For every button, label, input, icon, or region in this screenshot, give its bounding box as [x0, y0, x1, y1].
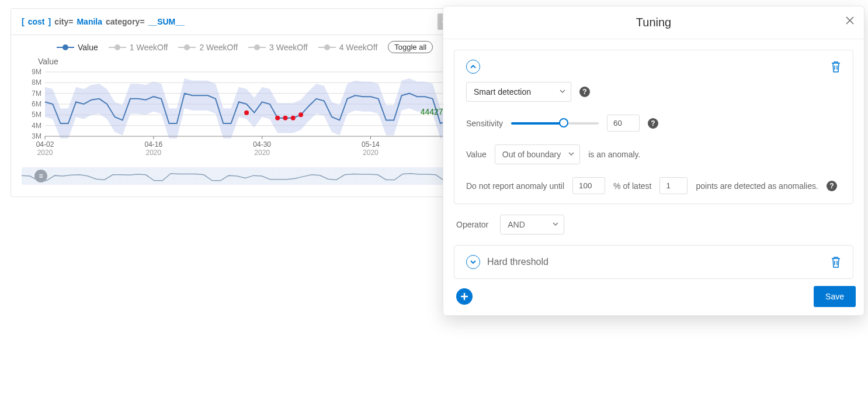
- dim-city-key: city=: [54, 17, 73, 26]
- metric-close-bracket: ]: [48, 17, 51, 26]
- sensitivity-row: Sensitivity ?: [466, 115, 841, 132]
- svg-point-34: [291, 116, 296, 120]
- y-axis-title: Value: [38, 57, 477, 66]
- operator-select[interactable]: AND: [500, 215, 564, 235]
- tuning-title: Tuning: [636, 16, 671, 29]
- sensitivity-input[interactable]: [607, 115, 640, 132]
- legend-3weekoff[interactable]: 3 WeekOff: [248, 43, 308, 52]
- svg-text:2020: 2020: [363, 149, 379, 157]
- minimap-handle[interactable]: ≡: [34, 170, 47, 182]
- svg-text:9M: 9M: [32, 68, 41, 76]
- close-button[interactable]: [845, 16, 855, 25]
- svg-text:3M: 3M: [32, 132, 41, 140]
- trash-icon: [831, 256, 841, 268]
- chart-body: Value 1 WeekOff 2 WeekOff 3 WeekOff 4 We…: [11, 35, 488, 196]
- operator-label: Operator: [456, 220, 488, 229]
- legend-3weekoff-label: 3 WeekOff: [269, 43, 308, 52]
- report-prefix: Do not report anomaly until: [466, 181, 564, 191]
- help-icon[interactable]: ?: [648, 118, 658, 129]
- chevron-down-icon: [470, 258, 477, 266]
- svg-text:2020: 2020: [254, 149, 270, 157]
- value-suffix: is an anomaly.: [588, 150, 640, 159]
- svg-text:04-02: 04-02: [36, 140, 54, 149]
- svg-text:2020: 2020: [145, 149, 161, 157]
- value-boundary-value: Out of boundary: [502, 150, 561, 159]
- delete-hard-threshold-button[interactable]: [831, 256, 841, 268]
- chart-panel: [ cost ] city= Manila category= __SUM__ …: [11, 8, 488, 197]
- hard-threshold-title: Hard threshold: [487, 257, 548, 267]
- dim-category-value[interactable]: __SUM__: [148, 17, 185, 26]
- legend-4weekoff-label: 4 WeekOff: [339, 43, 378, 52]
- detection-type-select[interactable]: Smart detection: [466, 82, 571, 102]
- legend-value-label: Value: [78, 43, 98, 52]
- svg-text:04-30: 04-30: [253, 140, 271, 149]
- operator-value: AND: [508, 220, 525, 229]
- svg-text:04-16: 04-16: [144, 140, 162, 149]
- metric-name: cost: [28, 17, 45, 26]
- tuning-header: Tuning: [443, 6, 864, 39]
- legend-2weekoff[interactable]: 2 WeekOff: [178, 43, 238, 52]
- legend-2weekoff-label: 2 WeekOff: [199, 43, 238, 52]
- tuning-body: Smart detection ? Sensitivity ? Value: [443, 39, 864, 315]
- report-points-input[interactable]: [659, 177, 688, 194]
- chart-legend: Value 1 WeekOff 2 WeekOff 3 WeekOff 4 We…: [57, 41, 477, 53]
- legend-1weekoff-label: 1 WeekOff: [130, 43, 168, 52]
- operator-row: Operator AND: [456, 215, 851, 235]
- chevron-up-icon: [470, 63, 477, 70]
- collapse-toggle[interactable]: [466, 60, 480, 74]
- svg-text:5M: 5M: [32, 111, 41, 119]
- plus-icon: [460, 292, 469, 301]
- sensitivity-slider[interactable]: [511, 122, 599, 125]
- svg-point-31: [244, 111, 249, 115]
- trash-icon: [831, 60, 841, 73]
- svg-point-33: [283, 116, 287, 120]
- add-condition-button[interactable]: [456, 288, 473, 305]
- help-icon[interactable]: ?: [827, 181, 837, 191]
- toggle-all-button[interactable]: Toggle all: [388, 41, 433, 53]
- value-boundary-row: Value Out of boundary is an anomaly.: [466, 144, 841, 164]
- help-icon[interactable]: ?: [579, 87, 590, 97]
- metric-open-bracket: [: [22, 17, 25, 26]
- report-mid: % of latest: [613, 181, 651, 191]
- svg-point-35: [298, 112, 303, 117]
- sensitivity-label: Sensitivity: [466, 119, 503, 128]
- svg-text:8M: 8M: [32, 78, 41, 87]
- dim-category-key: category=: [106, 17, 145, 26]
- chevron-down-icon: [559, 87, 566, 96]
- detection-type-value: Smart detection: [474, 87, 531, 96]
- svg-text:7M: 7M: [32, 89, 41, 98]
- close-icon: [845, 16, 855, 25]
- chevron-down-icon: [568, 150, 575, 159]
- delete-smart-detection-button[interactable]: [831, 60, 841, 73]
- save-button[interactable]: Save: [814, 286, 856, 307]
- svg-text:2020: 2020: [37, 149, 53, 157]
- legend-4weekoff[interactable]: 4 WeekOff: [318, 43, 378, 52]
- expand-toggle[interactable]: [466, 255, 480, 269]
- svg-text:4M: 4M: [32, 122, 41, 130]
- chart-header: [ cost ] city= Manila category= __SUM__: [11, 9, 488, 35]
- legend-value[interactable]: Value: [57, 43, 98, 52]
- chart-svg: 9M8M7M6M5M4M3M04-02202004-16202004-30202…: [22, 66, 477, 160]
- minimap-svg: [22, 167, 477, 185]
- chart-plot[interactable]: 9M8M7M6M5M4M3M04-02202004-16202004-30202…: [22, 66, 477, 161]
- value-label: Value: [466, 150, 487, 159]
- report-percent-input[interactable]: [572, 177, 605, 194]
- dim-city-value[interactable]: Manila: [77, 17, 102, 26]
- hard-threshold-card: Hard threshold: [454, 245, 853, 279]
- svg-text:6M: 6M: [32, 100, 41, 108]
- report-row: Do not report anomaly until % of latest …: [466, 177, 841, 194]
- smart-detection-card: Smart detection ? Sensitivity ? Value: [454, 50, 853, 204]
- slider-thumb[interactable]: [559, 118, 568, 127]
- chevron-down-icon: [552, 220, 559, 229]
- value-boundary-select[interactable]: Out of boundary: [495, 144, 580, 164]
- report-suffix: points are detected as anomalies.: [696, 181, 818, 191]
- svg-text:05-14: 05-14: [362, 140, 380, 149]
- chart-minimap[interactable]: ≡: [22, 167, 477, 185]
- tuning-panel: Tuning Smart detection: [443, 6, 864, 316]
- svg-point-32: [275, 116, 280, 120]
- legend-1weekoff[interactable]: 1 WeekOff: [109, 43, 168, 52]
